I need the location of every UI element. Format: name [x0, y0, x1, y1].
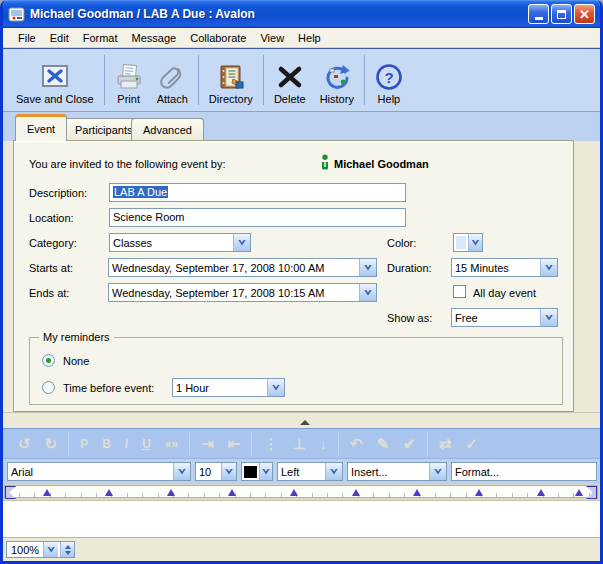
starts-at-dropdown[interactable]: Wednesday, September 17, 2008 10:00 AM [108, 258, 377, 277]
quote-style-icon[interactable]: «» [158, 438, 185, 450]
save-and-close-button[interactable]: Save and Close [9, 51, 101, 109]
undo-icon[interactable]: ↺ [11, 436, 38, 451]
menu-help[interactable]: Help [292, 30, 327, 46]
maximize-button[interactable] [551, 4, 572, 24]
ruler-tab-marker[interactable] [537, 489, 545, 496]
delete-x-icon [276, 63, 304, 91]
spell-check-icon[interactable]: ✓ [458, 436, 485, 451]
chevron-down-icon[interactable] [540, 309, 557, 326]
all-day-event-checkbox[interactable] [453, 285, 466, 298]
toolbar-separator [189, 433, 190, 455]
ruler-tab-marker[interactable] [475, 489, 483, 496]
chevron-down-icon[interactable] [267, 379, 284, 396]
formatting-toolbar: ↺ ↻ P B I U «» ⇥ ⇤ ⋮ ⊥ ↓ ↶ ✎ ✔ ⇄ ✓ [3, 428, 600, 458]
font-color-dropdown[interactable] [241, 462, 273, 481]
ruler-left-margin-marker[interactable] [5, 486, 16, 499]
italic-icon[interactable]: I [118, 438, 135, 450]
attach-button[interactable]: Attach [150, 51, 195, 109]
ends-at-dropdown[interactable]: Wednesday, September 17, 2008 10:15 AM [108, 283, 377, 302]
format-dropdown[interactable]: Format... [451, 462, 597, 481]
approve-icon[interactable]: ✔ [396, 436, 423, 451]
directory-book-icon [217, 63, 245, 91]
history-icon [323, 63, 351, 91]
ruler-right-margin-marker[interactable] [586, 486, 597, 499]
history-button[interactable]: History [313, 51, 361, 109]
ruler-band [3, 484, 600, 500]
ruler[interactable] [4, 485, 598, 498]
chevron-down-icon[interactable] [325, 463, 342, 480]
splitter-collapse-icon[interactable] [300, 420, 310, 425]
tab-stop-icon[interactable]: ⋮ [256, 436, 285, 451]
zoom-chevron-down-icon[interactable] [43, 542, 58, 557]
show-as-dropdown[interactable]: Free [451, 308, 558, 327]
chevron-down-icon[interactable] [429, 463, 446, 480]
plain-style-icon[interactable]: P [73, 438, 95, 450]
chevron-down-icon[interactable] [359, 259, 376, 276]
find-replace-icon[interactable]: ⇄ [432, 436, 459, 451]
help-button[interactable]: ? Help [368, 51, 410, 109]
title-bar: Michael Goodman / LAB A Due : Avalon ✕ [3, 0, 600, 28]
menu-file[interactable]: File [12, 30, 42, 46]
delete-button[interactable]: Delete [267, 51, 313, 109]
move-down-icon[interactable]: ↓ [312, 436, 334, 451]
chevron-down-icon[interactable] [540, 259, 557, 276]
menu-edit[interactable]: Edit [44, 30, 75, 46]
underline-icon[interactable]: U [135, 438, 158, 450]
print-button[interactable]: Print [108, 51, 150, 109]
category-dropdown[interactable]: Classes [109, 233, 251, 252]
color-dropdown[interactable] [453, 233, 483, 252]
bold-icon[interactable]: B [95, 438, 118, 450]
directory-button[interactable]: Directory [202, 51, 260, 109]
description-input[interactable]: LAB A Due [109, 183, 406, 202]
chevron-down-icon[interactable] [233, 234, 250, 251]
time-before-dropdown[interactable]: 1 Hour [172, 378, 285, 397]
alignment-dropdown[interactable]: Left [277, 462, 343, 481]
ruler-tab-marker[interactable] [413, 489, 421, 496]
ruler-tab-marker[interactable] [43, 489, 51, 496]
ruler-tab-marker[interactable] [575, 489, 583, 496]
align-baseline-icon[interactable]: ⊥ [285, 436, 312, 451]
chevron-down-icon[interactable] [468, 234, 482, 251]
duration-dropdown[interactable]: 15 Minutes [451, 258, 558, 277]
close-button[interactable]: ✕ [574, 4, 595, 24]
zoom-increase-icon[interactable] [65, 545, 71, 549]
menu-format[interactable]: Format [77, 30, 124, 46]
zoom-decrease-icon[interactable] [65, 551, 71, 555]
menu-view[interactable]: View [254, 30, 290, 46]
color-label: Color: [387, 237, 416, 249]
location-input[interactable]: Science Room [109, 208, 406, 227]
chevron-down-icon[interactable] [259, 463, 272, 480]
ruler-tab-marker[interactable] [290, 489, 298, 496]
ruler-tab-marker[interactable] [228, 489, 236, 496]
chevron-down-icon[interactable] [221, 463, 236, 480]
pane-splitter[interactable] [3, 412, 600, 428]
reminder-time-before-radio[interactable] [42, 381, 55, 394]
indent-decrease-icon[interactable]: ⇤ [221, 436, 248, 451]
directory-label: Directory [209, 93, 253, 105]
font-size-dropdown[interactable]: 10 [195, 462, 237, 481]
menu-collaborate[interactable]: Collaborate [184, 30, 252, 46]
message-body[interactable] [3, 500, 600, 537]
ruler-tab-marker[interactable] [105, 489, 113, 496]
font-family-dropdown[interactable]: Arial [7, 462, 191, 481]
ruler-tab-marker[interactable] [167, 489, 175, 496]
insert-dropdown[interactable]: Insert... [347, 462, 447, 481]
zoom-control[interactable]: 100% [6, 541, 75, 558]
chevron-down-icon[interactable] [173, 463, 190, 480]
zoom-spinner[interactable] [60, 542, 74, 557]
help-label: Help [378, 93, 401, 105]
tab-event[interactable]: Event [15, 114, 67, 141]
minimize-button[interactable] [528, 4, 549, 24]
revert-icon[interactable]: ↶ [343, 436, 370, 451]
chevron-down-icon[interactable] [359, 284, 376, 301]
redo-icon[interactable]: ↻ [38, 436, 65, 451]
indent-increase-icon[interactable]: ⇥ [194, 436, 221, 451]
pen-icon[interactable]: ✎ [370, 436, 397, 451]
tab-event-label: Event [27, 123, 55, 135]
tab-advanced[interactable]: Advanced [131, 118, 204, 141]
ruler-tab-marker[interactable] [352, 489, 360, 496]
zoom-value: 100% [7, 544, 43, 556]
tab-participants-label: Participants [75, 124, 132, 136]
menu-message[interactable]: Message [126, 30, 183, 46]
reminder-none-radio[interactable] [42, 354, 55, 367]
